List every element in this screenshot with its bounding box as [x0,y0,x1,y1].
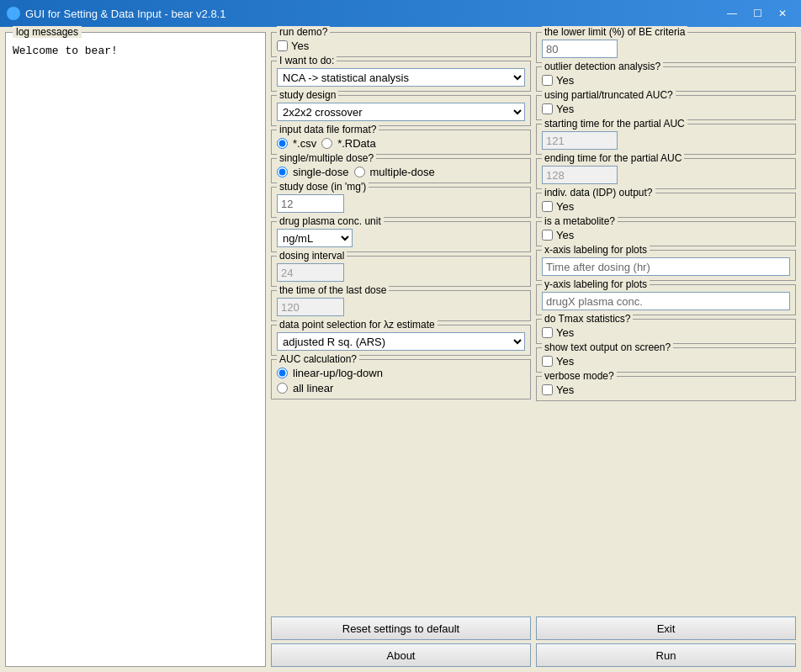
i-want-to-do-inner: NCA -> statistical analysis [277,68,525,87]
time-last-dose-input[interactable] [277,298,344,316]
study-design-select[interactable]: 2x2x2 crossover parallel other [277,103,525,121]
x-axis-labeling-inner [542,257,790,276]
auc-all-linear-label: all linear [293,382,333,394]
minimize-button[interactable]: — [720,4,744,23]
input-data-format-inner: *.csv *.RData [277,137,525,150]
starting-time-partial-auc-group: starting time for the partial AUC [536,124,796,155]
y-axis-labeling-label: y-axis labeling for plots [542,278,650,290]
title-bar: GUI for Setting & Data Input - bear v2.8… [0,0,801,27]
data-point-selection-select[interactable]: adjusted R sq. (ARS) best fit manual [277,332,525,351]
settings-area: run demo? Yes I want to do: NCA -> stati… [271,32,796,613]
study-design-label: study design [277,89,338,101]
do-tmax-statistics-checkbox[interactable] [542,327,553,338]
log-panel: log messages Welcome to bear! [5,32,266,667]
buttons-row-1: Reset settings to default Exit [271,616,796,640]
file-format-rdata-label: *.RData [337,137,376,150]
drug-plasma-conc-unit-label: drug plasma conc. unit [277,215,384,227]
single-multiple-dose-label: single/multiple dose? [277,152,376,164]
lower-limit-be-label: the lower limit (%) of BE criteria [542,26,687,38]
multiple-dose-radio[interactable] [354,167,365,177]
file-format-rdata-radio[interactable] [321,138,332,149]
auc-linear-up-row: linear-up/log-down [277,367,525,379]
is-metabolite-inner: Yes [542,229,790,241]
app-icon [7,7,20,20]
outlier-detection-group: outlier detection analysis? Yes [536,66,796,92]
about-button[interactable]: About [271,643,531,667]
study-dose-input[interactable] [277,194,344,213]
x-axis-labeling-label: x-axis labeling for plots [542,244,650,256]
data-point-selection-inner: adjusted R sq. (ARS) best fit manual [277,332,525,351]
is-metabolite-label: is a metabolite? [542,215,618,227]
auc-linear-up-label: linear-up/log-down [293,367,383,379]
study-dose-group: study dose (in 'mg') [271,187,531,218]
lower-limit-be-group: the lower limit (%) of BE criteria [536,32,796,63]
dosing-interval-label: dosing interval [277,250,347,262]
dosing-interval-inner [277,263,525,282]
x-axis-labeling-input[interactable] [542,257,790,276]
time-last-dose-group: the time of the last dose [271,290,531,321]
title-bar-controls: — ☐ ✕ [720,4,794,23]
using-partial-auc-group: using partial/truncated AUC? Yes [536,95,796,120]
starting-time-partial-auc-input[interactable] [542,131,618,150]
single-dose-label: single-dose [293,166,349,178]
using-partial-auc-checkbox-label: Yes [556,103,574,115]
auc-linear-up-radio[interactable] [277,368,288,378]
indiv-data-output-label: indiv. data (IDP) output? [542,187,655,198]
i-want-to-do-label: I want to do: [277,55,337,66]
using-partial-auc-checkbox[interactable] [542,103,553,114]
study-dose-inner [277,194,525,213]
outlier-detection-checkbox[interactable] [542,75,553,86]
run-demo-checkbox[interactable] [277,40,288,51]
single-multiple-dose-group: single/multiple dose? single-dose multip… [271,158,531,183]
run-demo-label: run demo? [277,26,330,38]
single-multiple-dose-inner: single-dose multiple-dose [277,166,525,178]
data-point-selection-group: data point selection for λz estimate adj… [271,325,531,356]
drug-plasma-conc-unit-select[interactable]: ng/mL ug/mL pg/mL [277,229,353,247]
file-format-csv-radio[interactable] [277,138,288,149]
is-metabolite-checkbox-label: Yes [556,229,574,241]
outlier-detection-label: outlier detection analysis? [542,61,663,72]
study-design-group: study design 2x2x2 crossover parallel ot… [271,95,531,126]
reset-settings-button[interactable]: Reset settings to default [271,616,531,640]
ending-time-partial-auc-inner [542,166,790,184]
indiv-data-output-inner: Yes [542,200,790,213]
drug-plasma-conc-unit-inner: ng/mL ug/mL pg/mL [277,229,525,247]
show-text-output-group: show text output on screen? Yes [536,347,796,373]
log-content: Welcome to bear! [9,41,262,61]
input-data-format-label: input data file format? [277,124,379,135]
multiple-dose-label: multiple-dose [370,166,435,178]
show-text-output-checkbox[interactable] [542,356,553,367]
lower-limit-be-input[interactable] [542,40,618,58]
file-format-csv-label: *.csv [293,137,316,150]
indiv-data-output-checkbox-label: Yes [556,200,574,213]
right-column: the lower limit (%) of BE criteria outli… [536,32,796,613]
time-last-dose-inner [277,298,525,316]
input-data-format-group: input data file format? *.csv *.RData [271,130,531,155]
indiv-data-output-checkbox[interactable] [542,201,553,212]
run-demo-group: run demo? Yes [271,32,531,57]
y-axis-labeling-input[interactable] [542,292,790,310]
right-panel: run demo? Yes I want to do: NCA -> stati… [271,32,796,667]
do-tmax-statistics-group: do Tmax statistics? Yes [536,319,796,344]
starting-time-partial-auc-inner [542,131,790,150]
dosing-interval-input[interactable] [277,263,344,282]
close-button[interactable]: ✕ [771,4,794,23]
auc-all-linear-row: all linear [277,382,525,394]
verbose-mode-checkbox-label: Yes [556,384,574,396]
single-dose-radio[interactable] [277,167,288,177]
auc-all-linear-radio[interactable] [277,383,288,394]
log-panel-label: log messages [13,26,82,38]
i-want-to-do-select[interactable]: NCA -> statistical analysis [277,68,525,87]
ending-time-partial-auc-group: ending time for the partial AUC [536,158,796,189]
maximize-button[interactable]: ☐ [745,4,769,23]
ending-time-partial-auc-input[interactable] [542,166,618,184]
verbose-mode-checkbox[interactable] [542,384,553,395]
starting-time-partial-auc-label: starting time for the partial AUC [542,118,687,130]
indiv-data-output-group: indiv. data (IDP) output? Yes [536,193,796,218]
exit-button[interactable]: Exit [536,616,796,640]
is-metabolite-checkbox[interactable] [542,230,553,241]
left-column: run demo? Yes I want to do: NCA -> stati… [271,32,531,613]
do-tmax-statistics-checkbox-label: Yes [556,326,574,339]
run-button[interactable]: Run [536,643,796,667]
i-want-to-do-group: I want to do: NCA -> statistical analysi… [271,61,531,92]
